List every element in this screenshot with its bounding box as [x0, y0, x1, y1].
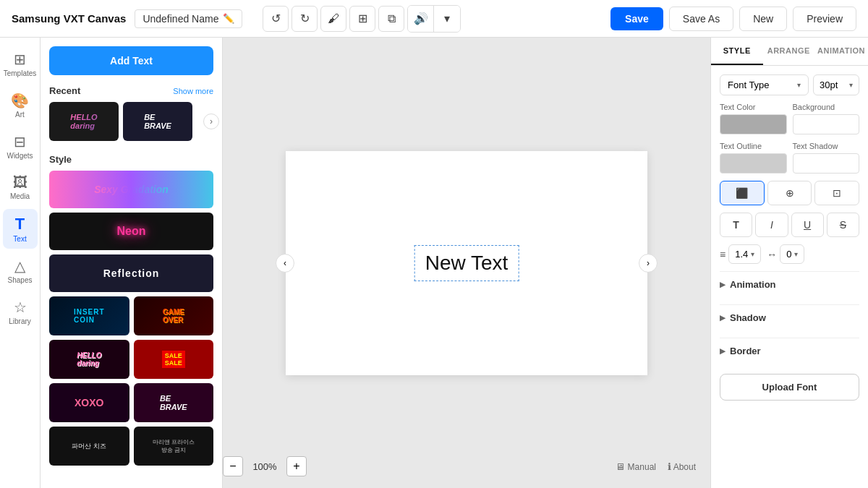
font-size-select[interactable]: 30pt ▾ — [813, 74, 859, 95]
collapse-left-button[interactable]: ‹ — [276, 254, 294, 273]
animation-label: Animation — [730, 279, 776, 290]
style-thumb-sale[interactable]: SALESALE — [134, 340, 214, 379]
format-row: T I U S — [720, 213, 859, 237]
canvas-wrapper[interactable]: New Text — [286, 151, 647, 375]
grid-button[interactable]: ⊞ — [349, 6, 375, 32]
font-type-row: Font Type ▾ 30pt ▾ — [720, 74, 859, 95]
style-thumb-game-over[interactable]: GAMEOVER — [134, 296, 214, 335]
recent-next-arrow[interactable]: › — [203, 114, 219, 129]
add-text-button[interactable]: Add Text — [49, 46, 213, 75]
text-icon: T — [15, 215, 25, 234]
zoom-in-button[interactable]: + — [286, 456, 307, 476]
topbar-right: Save Save As New Preview — [610, 7, 856, 31]
volume-group: 🔊 ▾ — [407, 5, 461, 33]
recent-thumb-bebrave[interactable]: BEBRAVE — [123, 102, 192, 141]
canvas-info-bar: 🖥 Manual ℹ About — [616, 461, 696, 472]
templates-icon: ⊞ — [14, 51, 26, 68]
new-button[interactable]: New — [739, 7, 787, 31]
hello-daring-text: HELLOdaring — [77, 351, 101, 367]
background-label: Background — [793, 103, 860, 111]
insert-coin-text: INSERTCOIN — [74, 308, 105, 324]
align-center-button[interactable]: ⊕ — [767, 181, 812, 205]
strikethrough-button[interactable]: S — [827, 213, 859, 237]
sidebar-item-text[interactable]: T Text — [3, 209, 38, 249]
preview-button[interactable]: Preview — [793, 7, 856, 31]
underline-button[interactable]: U — [791, 213, 824, 237]
background-swatch[interactable] — [793, 114, 860, 134]
align-left-button[interactable]: ⬛ — [720, 181, 765, 205]
text-outline-col: Text Outline — [720, 142, 787, 174]
tab-arrange[interactable]: ARRANGE — [763, 38, 815, 65]
bold-button[interactable]: T — [720, 213, 752, 237]
redo-button[interactable]: ↻ — [292, 6, 318, 32]
sidebar-item-art[interactable]: 🎨 Art — [3, 86, 38, 124]
style-thumb-korean1[interactable]: 파머산 치즈 — [49, 427, 129, 466]
recent-label: Recent — [49, 85, 80, 96]
style-thumb-hello[interactable]: HELLOdaring — [49, 340, 129, 379]
style-section: Style Sexy Gradation Neon Reflection — [49, 154, 213, 466]
shadow-accordion: ▶ Shadow — [720, 304, 859, 330]
sidebar-item-widgets[interactable]: ⊟ Widgets — [3, 127, 38, 166]
project-name-field[interactable]: Undefined Name ✏️ — [135, 9, 242, 28]
font-type-chevron: ▾ — [797, 81, 801, 89]
upload-font-button[interactable]: Upload Font — [720, 374, 859, 401]
style-thumb-gradation[interactable]: Sexy Gradation — [49, 171, 213, 208]
text-color-swatch[interactable] — [720, 114, 787, 134]
letter-spacing-chevron: ▾ — [794, 250, 798, 258]
sidebar-item-library[interactable]: ☆ Library — [3, 293, 38, 331]
style-thumb-be-brave[interactable]: BEBRAVE — [134, 383, 214, 422]
widgets-icon: ⊟ — [14, 133, 26, 150]
line-height-select[interactable]: 1.4 ▾ — [728, 244, 761, 264]
recent-thumb-hello[interactable]: HELLOdaring — [49, 102, 119, 141]
border-accordion-header[interactable]: ▶ Border — [720, 346, 859, 356]
style-thumb-insert-coin[interactable]: INSERTCOIN — [49, 296, 129, 335]
volume-dropdown-button[interactable]: ▾ — [434, 6, 460, 32]
save-button[interactable]: Save — [610, 7, 663, 30]
xoxo-text: XOXO — [75, 397, 103, 408]
align-right-button[interactable]: ⊡ — [814, 181, 859, 205]
text-element[interactable]: New Text — [414, 245, 519, 281]
style-thumb-neon[interactable]: Neon — [49, 213, 213, 250]
shadow-accordion-header[interactable]: ▶ Shadow — [720, 312, 859, 323]
show-more-link[interactable]: Show more — [173, 87, 213, 95]
sidebar-item-templates[interactable]: ⊞ Templates — [3, 45, 38, 83]
shapes-icon: △ — [14, 257, 25, 275]
sidebar-item-media[interactable]: 🖼 Media — [3, 168, 38, 206]
paint-button[interactable]: 🖌 — [320, 6, 346, 32]
volume-button[interactable]: 🔊 — [408, 6, 434, 32]
recent-row: HELLOdaring BEBRAVE › — [49, 102, 213, 141]
style-grid: Sexy Gradation Neon Reflection INSERTCOI… — [49, 171, 213, 466]
animation-accordion-header[interactable]: ▶ Animation — [720, 279, 859, 290]
recent-thumb-hello-text: HELLOdaring — [70, 113, 97, 130]
line-height-icon: ≡ — [720, 249, 726, 260]
layers-button[interactable]: ⧉ — [378, 6, 404, 32]
spacing-row: ≡ 1.4 ▾ ↔ 0 ▾ — [720, 244, 859, 264]
art-icon: 🎨 — [11, 92, 29, 109]
save-as-button[interactable]: Save As — [669, 7, 733, 31]
recent-thumb-bebrave-text: BEBRAVE — [144, 113, 171, 130]
library-icon: ☆ — [14, 299, 27, 316]
korean1-text: 파머산 치즈 — [72, 442, 106, 451]
style-row-2: HELLOdaring SALESALE — [49, 340, 213, 379]
style-thumb-xoxo[interactable]: XOXO — [49, 383, 129, 422]
text-outline-swatch[interactable] — [720, 153, 787, 174]
style-thumb-reflection[interactable]: Reflection — [49, 254, 213, 292]
letter-spacing-select[interactable]: 0 ▾ — [780, 244, 804, 264]
tab-animation[interactable]: ANIMATION — [814, 38, 868, 65]
left-panel: Add Text Recent Show more HELLOdaring BE… — [41, 38, 223, 488]
sidebar-item-shapes[interactable]: △ Shapes — [3, 252, 38, 290]
collapse-right-button[interactable]: › — [639, 254, 658, 273]
undo-button[interactable]: ↺ — [263, 6, 289, 32]
style-thumb-korean2[interactable]: 마리앤 프라이스방송 금지 — [134, 427, 214, 466]
font-type-select[interactable]: Font Type ▾ — [720, 74, 809, 95]
letter-spacing-icon: ↔ — [767, 249, 777, 260]
edit-project-name-icon[interactable]: ✏️ — [223, 13, 234, 24]
zoom-out-button[interactable]: − — [223, 456, 243, 476]
italic-button[interactable]: I — [755, 213, 788, 237]
media-icon: 🖼 — [13, 174, 27, 191]
text-shadow-swatch[interactable] — [793, 153, 860, 174]
main-area: ⊞ Templates 🎨 Art ⊟ Widgets 🖼 Media T Te… — [0, 38, 868, 488]
neon-text: Neon — [117, 225, 146, 238]
border-arrow-icon: ▶ — [720, 347, 726, 355]
tab-style[interactable]: STYLE — [711, 38, 763, 65]
